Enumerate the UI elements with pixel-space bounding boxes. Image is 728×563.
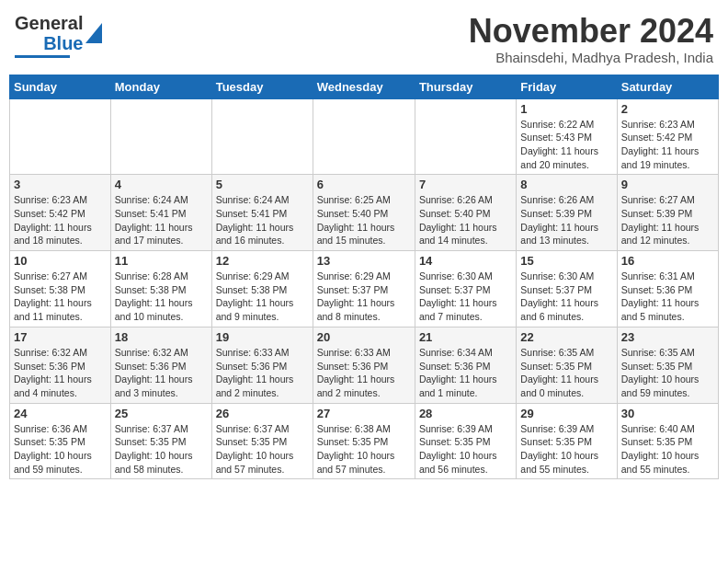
day-info: Sunrise: 6:23 AM Sunset: 5:42 PM Dayligh… (14, 193, 107, 247)
calendar-week-row: 24Sunrise: 6:36 AM Sunset: 5:35 PM Dayli… (10, 403, 719, 479)
calendar-day-header: Wednesday (313, 75, 415, 98)
calendar-cell: 5Sunrise: 6:24 AM Sunset: 5:41 PM Daylig… (211, 175, 313, 251)
calendar-cell: 15Sunrise: 6:30 AM Sunset: 5:37 PM Dayli… (517, 251, 617, 327)
location-subtitle: Bhainsdehi, Madhya Pradesh, India (469, 50, 713, 65)
day-number: 15 (520, 254, 612, 268)
day-info: Sunrise: 6:31 AM Sunset: 5:36 PM Dayligh… (621, 270, 714, 324)
calendar-cell: 30Sunrise: 6:40 AM Sunset: 5:35 PM Dayli… (617, 403, 718, 479)
calendar-cell: 14Sunrise: 6:30 AM Sunset: 5:37 PM Dayli… (415, 251, 516, 327)
calendar-cell: 16Sunrise: 6:31 AM Sunset: 5:36 PM Dayli… (617, 251, 718, 327)
title-area: November 2024 Bhainsdehi, Madhya Pradesh… (469, 13, 713, 65)
calendar-cell: 8Sunrise: 6:26 AM Sunset: 5:39 PM Daylig… (517, 175, 617, 251)
svg-marker-0 (85, 23, 102, 43)
day-info: Sunrise: 6:24 AM Sunset: 5:41 PM Dayligh… (216, 193, 309, 247)
day-number: 2 (621, 102, 714, 116)
day-info: Sunrise: 6:37 AM Sunset: 5:35 PM Dayligh… (115, 422, 208, 477)
day-number: 24 (14, 407, 107, 420)
calendar-day-header: Thursday (415, 75, 516, 98)
calendar-cell: 6Sunrise: 6:25 AM Sunset: 5:40 PM Daylig… (313, 175, 415, 251)
day-info: Sunrise: 6:27 AM Sunset: 5:39 PM Dayligh… (621, 193, 714, 247)
day-info: Sunrise: 6:37 AM Sunset: 5:35 PM Dayligh… (216, 422, 309, 477)
calendar-cell (110, 98, 211, 175)
day-info: Sunrise: 6:26 AM Sunset: 5:39 PM Dayligh… (520, 193, 612, 247)
day-number: 18 (115, 330, 208, 344)
day-info: Sunrise: 6:35 AM Sunset: 5:35 PM Dayligh… (520, 346, 612, 400)
calendar-cell: 3Sunrise: 6:23 AM Sunset: 5:42 PM Daylig… (10, 175, 111, 251)
day-info: Sunrise: 6:34 AM Sunset: 5:36 PM Dayligh… (419, 346, 512, 400)
header: General Blue November 2024 Bhainsdehi, M… (9, 9, 719, 69)
day-info: Sunrise: 6:32 AM Sunset: 5:36 PM Dayligh… (115, 346, 208, 400)
day-number: 29 (520, 407, 612, 420)
day-number: 3 (14, 178, 107, 191)
day-number: 27 (317, 407, 411, 420)
day-info: Sunrise: 6:33 AM Sunset: 5:36 PM Dayligh… (216, 346, 309, 400)
calendar-cell: 23Sunrise: 6:35 AM Sunset: 5:35 PM Dayli… (617, 327, 718, 403)
logo-general: General (15, 13, 83, 33)
calendar-cell: 22Sunrise: 6:35 AM Sunset: 5:35 PM Dayli… (517, 327, 617, 403)
day-number: 16 (621, 254, 714, 268)
calendar-cell (10, 98, 111, 175)
day-number: 13 (317, 254, 411, 268)
logo-underline (15, 55, 70, 58)
calendar-cell: 11Sunrise: 6:28 AM Sunset: 5:38 PM Dayli… (110, 251, 211, 327)
day-number: 1 (520, 102, 612, 116)
day-number: 9 (621, 178, 714, 191)
calendar-cell: 24Sunrise: 6:36 AM Sunset: 5:35 PM Dayli… (10, 403, 111, 479)
day-info: Sunrise: 6:28 AM Sunset: 5:38 PM Dayligh… (115, 270, 208, 324)
calendar-cell: 10Sunrise: 6:27 AM Sunset: 5:38 PM Dayli… (10, 251, 111, 327)
calendar-cell: 26Sunrise: 6:37 AM Sunset: 5:35 PM Dayli… (211, 403, 313, 479)
calendar-cell (313, 98, 415, 175)
calendar-day-header: Friday (517, 75, 617, 98)
day-number: 26 (216, 407, 309, 420)
logo: General Blue (15, 13, 102, 58)
day-number: 14 (419, 254, 512, 268)
day-number: 7 (419, 178, 512, 191)
day-number: 25 (115, 407, 208, 420)
calendar-table: SundayMondayTuesdayWednesdayThursdayFrid… (9, 75, 719, 480)
calendar-cell: 7Sunrise: 6:26 AM Sunset: 5:40 PM Daylig… (415, 175, 516, 251)
day-number: 10 (14, 254, 107, 268)
day-number: 5 (216, 178, 309, 191)
calendar-cell (415, 98, 516, 175)
logo-triangle-icon (85, 23, 102, 43)
day-number: 8 (520, 178, 612, 191)
day-info: Sunrise: 6:36 AM Sunset: 5:35 PM Dayligh… (14, 422, 107, 477)
calendar-header-row: SundayMondayTuesdayWednesdayThursdayFrid… (10, 75, 719, 98)
day-number: 20 (317, 330, 411, 344)
logo-blue: Blue (43, 33, 83, 53)
day-info: Sunrise: 6:40 AM Sunset: 5:35 PM Dayligh… (621, 422, 714, 477)
day-info: Sunrise: 6:39 AM Sunset: 5:35 PM Dayligh… (419, 422, 512, 477)
calendar-cell: 9Sunrise: 6:27 AM Sunset: 5:39 PM Daylig… (617, 175, 718, 251)
day-number: 17 (14, 330, 107, 344)
calendar-day-header: Monday (110, 75, 211, 98)
day-info: Sunrise: 6:39 AM Sunset: 5:35 PM Dayligh… (520, 422, 612, 477)
day-number: 4 (115, 178, 208, 191)
day-info: Sunrise: 6:29 AM Sunset: 5:37 PM Dayligh… (317, 270, 411, 324)
day-number: 11 (115, 254, 208, 268)
calendar-cell: 2Sunrise: 6:23 AM Sunset: 5:42 PM Daylig… (617, 98, 718, 175)
calendar-cell: 20Sunrise: 6:33 AM Sunset: 5:36 PM Dayli… (313, 327, 415, 403)
calendar-cell: 1Sunrise: 6:22 AM Sunset: 5:43 PM Daylig… (517, 98, 617, 175)
day-info: Sunrise: 6:27 AM Sunset: 5:38 PM Dayligh… (14, 270, 107, 324)
day-number: 21 (419, 330, 512, 344)
calendar-cell: 29Sunrise: 6:39 AM Sunset: 5:35 PM Dayli… (517, 403, 617, 479)
day-info: Sunrise: 6:30 AM Sunset: 5:37 PM Dayligh… (419, 270, 512, 324)
day-number: 12 (216, 254, 309, 268)
day-info: Sunrise: 6:25 AM Sunset: 5:40 PM Dayligh… (317, 193, 411, 247)
day-info: Sunrise: 6:24 AM Sunset: 5:41 PM Dayligh… (115, 193, 208, 247)
day-number: 22 (520, 330, 612, 344)
calendar-cell: 17Sunrise: 6:32 AM Sunset: 5:36 PM Dayli… (10, 327, 111, 403)
calendar-cell: 4Sunrise: 6:24 AM Sunset: 5:41 PM Daylig… (110, 175, 211, 251)
day-info: Sunrise: 6:29 AM Sunset: 5:38 PM Dayligh… (216, 270, 309, 324)
calendar-cell: 27Sunrise: 6:38 AM Sunset: 5:35 PM Dayli… (313, 403, 415, 479)
calendar-cell: 18Sunrise: 6:32 AM Sunset: 5:36 PM Dayli… (110, 327, 211, 403)
calendar-cell: 25Sunrise: 6:37 AM Sunset: 5:35 PM Dayli… (110, 403, 211, 479)
calendar-day-header: Sunday (10, 75, 111, 98)
day-info: Sunrise: 6:32 AM Sunset: 5:36 PM Dayligh… (14, 346, 107, 400)
calendar-cell: 28Sunrise: 6:39 AM Sunset: 5:35 PM Dayli… (415, 403, 516, 479)
month-title: November 2024 (469, 13, 713, 50)
calendar-week-row: 10Sunrise: 6:27 AM Sunset: 5:38 PM Dayli… (10, 251, 719, 327)
day-number: 30 (621, 407, 714, 420)
calendar-day-header: Tuesday (211, 75, 313, 98)
calendar-week-row: 1Sunrise: 6:22 AM Sunset: 5:43 PM Daylig… (10, 98, 719, 175)
